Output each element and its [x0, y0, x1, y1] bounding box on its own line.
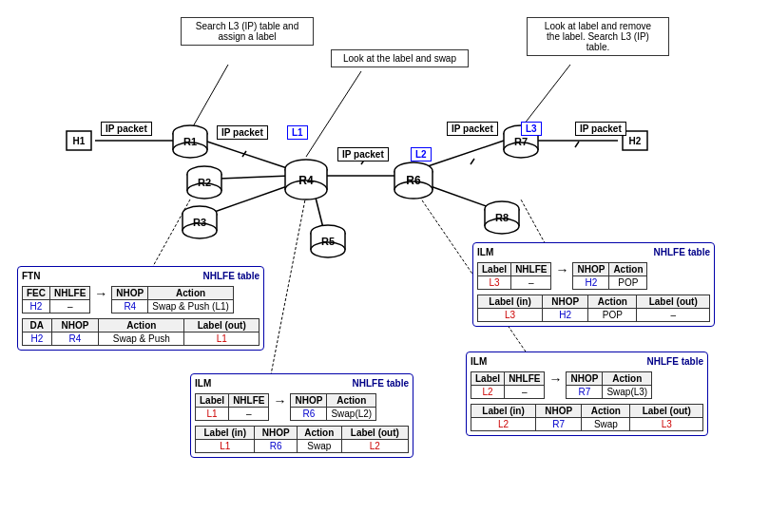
- svg-text:R2: R2: [198, 177, 211, 188]
- ilm3-panel: ILM NHLFE table Label NHLFE L2 – → NHOP …: [466, 352, 708, 436]
- ilm1-nhlfe-table: NHOP Action R6 Swap(L2): [290, 393, 376, 421]
- svg-line-10: [306, 71, 361, 157]
- nhlfe-title-ilm1: NHLFE table: [353, 378, 409, 389]
- ilm1-summary-table: Label (in) NHOP Action Label (out) L1 R6…: [195, 426, 409, 453]
- svg-text:R7: R7: [514, 136, 528, 147]
- svg-line-1: [204, 141, 290, 169]
- ip-packet-h1: IP packet: [101, 122, 152, 136]
- ilm3-title: ILM: [471, 356, 487, 367]
- svg-line-2: [219, 176, 290, 179]
- callout-look-swap: Look at the label and swap: [331, 49, 469, 67]
- svg-text:H2: H2: [629, 136, 642, 146]
- label-l2-mid: L2: [411, 147, 432, 162]
- svg-text:R1: R1: [183, 136, 197, 147]
- ftn-panel: FTN NHLFE table FEC NHLFE H2 – → NHOP Ac…: [17, 266, 264, 351]
- svg-line-11: [521, 65, 570, 128]
- svg-text:R4: R4: [298, 174, 314, 187]
- ilm2-label-table: Label NHLFE L3 –: [477, 262, 551, 290]
- ftn-title: FTN: [22, 271, 40, 281]
- callout-remove-label: Look at label and removethe label. Searc…: [527, 17, 669, 56]
- ftn-nhlfe-table: NHOP Action R4 Swap & Push (L1): [111, 286, 234, 314]
- ilm1-label-table: Label NHLFE L1 –: [195, 393, 269, 421]
- svg-text:R8: R8: [495, 212, 509, 223]
- ilm2-panel: ILM NHLFE table Label NHLFE L3 – → NHOP …: [472, 242, 715, 327]
- nhlfe-title-ftn: NHLFE table: [203, 271, 260, 281]
- ilm1-title: ILM: [195, 378, 211, 389]
- diagram: R1 R2 R3 R4 R5 R6: [0, 0, 769, 532]
- ip-packet-l3: IP packet: [447, 122, 498, 136]
- ilm3-nhlfe-table: NHOP Action R7 Swap(L3): [566, 371, 652, 399]
- svg-text:R5: R5: [321, 236, 335, 247]
- ftn-fec-table: FEC NHLFE H2 –: [22, 286, 90, 314]
- ilm1-arrow: →: [273, 393, 286, 408]
- svg-text:H1: H1: [73, 136, 86, 146]
- ilm2-arrow: →: [555, 262, 568, 277]
- ip-packet-h2: IP packet: [575, 122, 626, 136]
- ilm3-summary-table: Label (in) NHOP Action Label (out) L2 R7…: [471, 404, 703, 431]
- ilm1-panel: ILM NHLFE table Label NHLFE L1 – → NHOP …: [190, 373, 413, 458]
- ip-packet-l2: IP packet: [337, 147, 389, 162]
- nhlfe-title-ilm3: NHLFE table: [647, 356, 703, 367]
- ilm3-arrow: →: [548, 371, 562, 387]
- ftn-arrow: →: [94, 286, 107, 301]
- ilm2-summary-table: Label (in) NHOP Action Label (out) L3 H2…: [477, 294, 710, 322]
- ilm2-title: ILM: [477, 247, 493, 257]
- nhlfe-title-ilm2: NHLFE table: [654, 247, 710, 257]
- ilm3-label-table: Label NHLFE L2 –: [471, 371, 545, 399]
- callout-search-l3: Search L3 (IP) table and assign a label: [181, 17, 314, 46]
- ip-packet-r1: IP packet: [217, 125, 268, 140]
- svg-text:R3: R3: [193, 217, 206, 228]
- ftn-summary-table: DA NHOP Action Label (out) H2 R4 Swap & …: [22, 318, 260, 346]
- ilm2-nhlfe-table: NHOP Action H2 POP: [572, 262, 647, 290]
- label-l1-r1: L1: [287, 125, 308, 140]
- svg-text:R6: R6: [406, 174, 421, 187]
- svg-line-13: [266, 195, 306, 399]
- svg-line-7: [428, 185, 494, 209]
- svg-line-6: [428, 141, 504, 166]
- svg-line-9: [192, 65, 228, 128]
- label-l3-r7: L3: [521, 122, 542, 136]
